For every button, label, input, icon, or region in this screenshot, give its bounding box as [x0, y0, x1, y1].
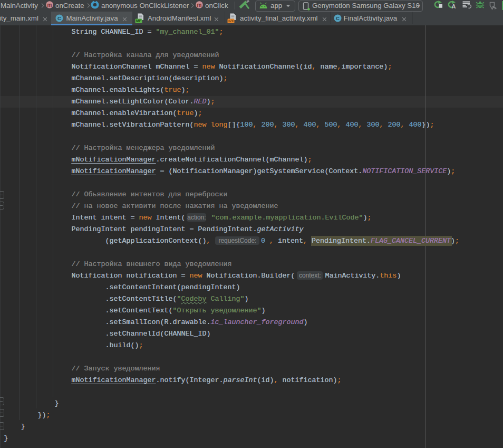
- svg-text:MF: MF: [136, 19, 142, 23]
- svg-text:C: C: [57, 15, 61, 21]
- svg-text:A: A: [451, 3, 456, 9]
- svg-text:m: m: [197, 2, 202, 7]
- svg-text:C: C: [336, 15, 340, 21]
- svg-text:m: m: [47, 2, 52, 7]
